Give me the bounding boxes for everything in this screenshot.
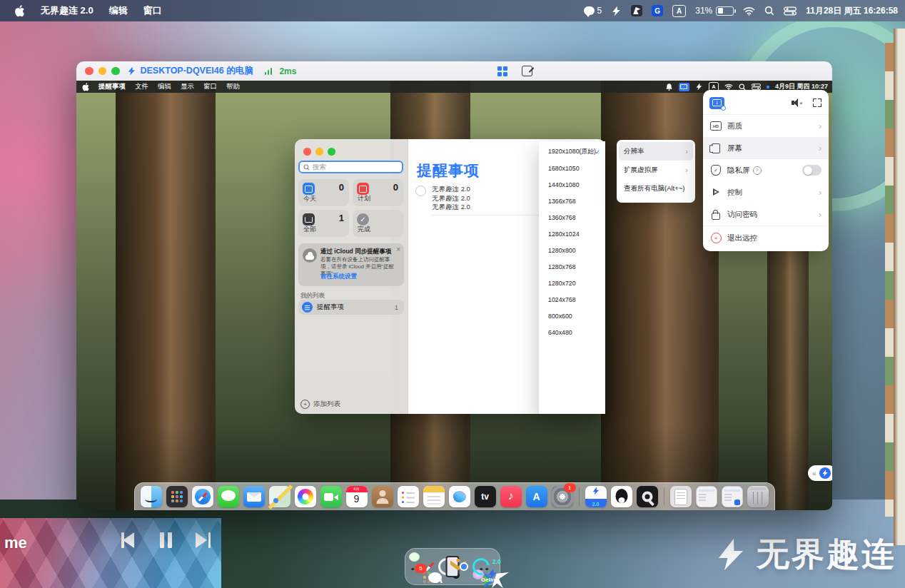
smart-list-completed[interactable]: ✓ 完成 — [353, 210, 403, 237]
resolution-option[interactable]: 1280x1024 — [539, 225, 605, 242]
messages-icon[interactable] — [218, 486, 239, 507]
finder-icon[interactable] — [141, 486, 162, 507]
add-list-button[interactable]: + 添加列表 — [300, 400, 340, 409]
battery-status-item[interactable]: 31% — [695, 6, 734, 16]
freeform-icon[interactable] — [449, 486, 470, 507]
search-input[interactable]: 搜索 — [298, 161, 403, 173]
minimized-window-desktop[interactable] — [722, 486, 743, 507]
host-menu-window[interactable]: 窗口 — [143, 4, 162, 17]
quicktime-icon[interactable] — [637, 486, 658, 507]
maps-icon[interactable] — [269, 486, 290, 507]
notification-bell-icon[interactable] — [665, 83, 673, 91]
photos-icon[interactable] — [295, 486, 316, 507]
wujie-lightning-icon[interactable] — [695, 83, 703, 91]
facetime-icon[interactable] — [320, 486, 342, 507]
wujie-lightning-icon[interactable] — [611, 6, 622, 16]
resolution-option[interactable]: 640x480 — [539, 324, 605, 340]
host-menu-edit[interactable]: 编辑 — [109, 4, 128, 17]
wifi-icon[interactable] — [724, 83, 733, 90]
resolution-option[interactable]: 1680x1050 — [539, 160, 605, 176]
remote-app-menu-title[interactable]: 提醒事项 — [98, 82, 126, 91]
apple-tv-icon[interactable]: tv — [475, 486, 496, 507]
resolution-option[interactable]: 1366x768 — [539, 193, 605, 209]
smart-list-today[interactable]: 0 今天 — [298, 179, 349, 206]
calendar-icon[interactable]: 4月 9 — [346, 486, 368, 507]
safari-icon[interactable] — [192, 486, 213, 507]
documents-stack-icon[interactable] — [670, 486, 692, 507]
menu-item-extend-virtual-screen[interactable]: 扩展虚拟屏› — [619, 161, 693, 179]
control-center-icon[interactable] — [752, 83, 761, 90]
host-app-menu-title[interactable]: 无界趣连 2.0 — [41, 4, 93, 17]
panel-row-privacy-screen[interactable]: ✓ 隐私屏 ? — [703, 159, 829, 181]
compose-edit-icon[interactable] — [522, 66, 532, 76]
resolution-option[interactable]: 1024x768 — [539, 291, 605, 308]
resolution-option[interactable]: 1360x768 — [539, 209, 605, 225]
app-store-icon[interactable]: A — [526, 486, 547, 507]
qq-icon[interactable] — [611, 486, 632, 507]
floating-toolbar-collapsed[interactable]: « — [808, 465, 832, 481]
previous-track-button[interactable] — [120, 531, 138, 549]
resolution-option[interactable]: 1280x800 — [539, 242, 605, 258]
remote-menu-help[interactable]: 帮助 — [226, 82, 240, 91]
notes-icon[interactable] — [423, 486, 445, 507]
open-system-settings-link[interactable]: 前往系统设置 — [320, 273, 357, 281]
minimize-window-button[interactable] — [98, 67, 107, 76]
minimize-window-button[interactable] — [315, 148, 323, 156]
system-settings-icon[interactable]: 1 — [552, 486, 573, 507]
apple-menu-icon[interactable] — [82, 83, 89, 91]
panel-row-control[interactable]: 控制 › — [703, 181, 829, 203]
zoom-window-button[interactable] — [328, 148, 335, 156]
resolution-option[interactable]: 1280x768 — [539, 258, 605, 275]
wechat-status-item[interactable]: 5 — [584, 6, 602, 16]
next-track-button[interactable] — [194, 531, 213, 549]
remote-menu-file[interactable]: 文件 — [135, 82, 148, 91]
smart-list-all[interactable]: 1 全部 — [298, 210, 349, 237]
panel-row-quality[interactable]: HD 画质 › — [703, 115, 829, 137]
spotlight-search-icon[interactable] — [764, 6, 774, 16]
fullscreen-icon[interactable] — [813, 98, 821, 107]
remote-menu-view[interactable]: 显示 — [181, 82, 194, 91]
wujie-qulian-icon[interactable]: 2.0 — [585, 486, 607, 507]
minimized-window-finder[interactable] — [696, 486, 717, 507]
close-window-button[interactable] — [303, 148, 311, 156]
device-grid-icon[interactable] — [497, 66, 502, 71]
pause-button[interactable] — [157, 531, 176, 549]
wifi-icon[interactable] — [743, 6, 755, 16]
panel-row-access-password[interactable]: 访问密码 › — [703, 203, 829, 225]
resolution-option[interactable]: 1920x1080(原始)✓ — [539, 143, 605, 160]
resolution-option[interactable]: 1440x1080 — [539, 176, 605, 193]
contacts-icon[interactable] — [372, 486, 393, 507]
remote-menu-edit[interactable]: 编辑 — [158, 82, 171, 91]
trash-icon[interactable] — [747, 486, 769, 507]
remote-window-titlebar[interactable]: DESKTOP-DQVEI46 的电脑 2ms — [76, 61, 832, 81]
menu-item-resolution[interactable]: 分辨率› — [619, 142, 693, 161]
launchpad-icon[interactable] — [166, 486, 188, 507]
host-clock[interactable]: 11月28日 周五 16:26:58 — [806, 5, 898, 17]
panel-row-screen[interactable]: 屏幕 › — [703, 137, 829, 159]
help-icon[interactable]: ? — [753, 166, 762, 175]
quit-remote-control-button[interactable]: × 退出远控 — [703, 226, 829, 250]
close-notice-icon[interactable]: × — [396, 245, 400, 253]
mute-icon[interactable]: × — [792, 98, 803, 107]
control-center-icon[interactable] — [784, 6, 797, 16]
menu-item-view-all-computers[interactable]: 查看所有电脑(Alt+~) — [619, 179, 693, 198]
apple-menu-icon[interactable] — [14, 5, 25, 17]
gelink-icon[interactable]: G — [652, 5, 663, 16]
reminders-icon[interactable] — [398, 486, 419, 507]
smart-list-scheduled[interactable]: 0 计划 — [353, 179, 403, 206]
reminder-checkbox[interactable] — [415, 186, 426, 196]
wing-app-icon[interactable] — [631, 5, 642, 16]
privacy-screen-toggle[interactable] — [802, 165, 821, 176]
remote-menu-window[interactable]: 窗口 — [203, 82, 217, 91]
zoom-window-button[interactable] — [111, 67, 120, 76]
input-method-indicator[interactable]: A — [672, 5, 686, 17]
list-item-reminders[interactable]: 提醒事项 1 — [298, 300, 404, 315]
reminder-item[interactable]: 无界趣连 2.0 无界趣连 2.0 无界趣连 2.0 — [415, 185, 470, 212]
remote-control-active-icon[interactable] — [679, 83, 689, 91]
music-icon[interactable]: ♪ — [500, 486, 522, 507]
resolution-option[interactable]: 1280x720 — [539, 275, 605, 291]
close-window-button[interactable] — [85, 67, 93, 76]
screen-selector-icon[interactable]: 1 — [709, 97, 724, 109]
spotlight-search-icon[interactable] — [739, 83, 746, 91]
resolution-option[interactable]: 800x600 — [539, 308, 605, 324]
